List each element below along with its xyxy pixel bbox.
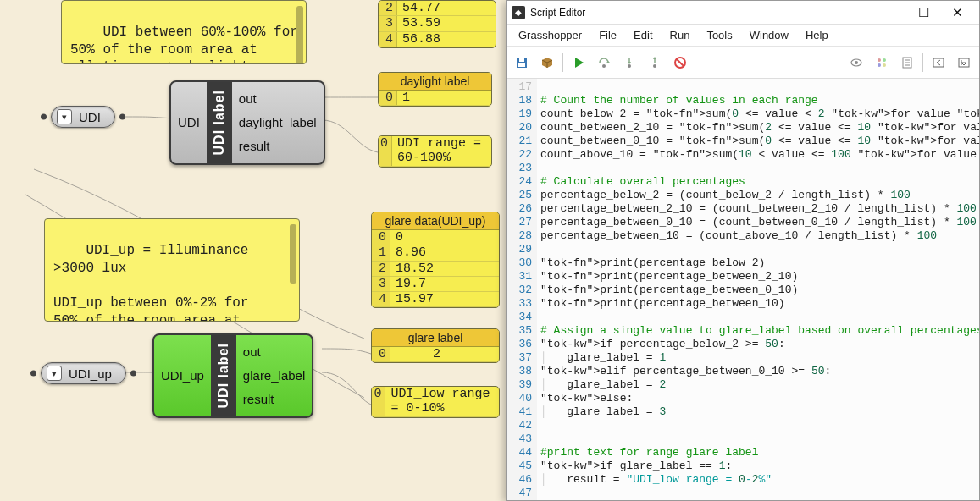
step-into-icon[interactable]	[619, 52, 639, 73]
svg-rect-2	[519, 58, 524, 62]
panel-udi-low[interactable]: 0UDI_low range = 0-10%	[371, 386, 500, 418]
menu-file[interactable]: File	[592, 27, 623, 43]
param-label: UDI	[79, 110, 101, 124]
menubar[interactable]: Grasshopper File Edit Run Tools Window H…	[507, 25, 979, 47]
toolbar[interactable]	[507, 47, 979, 79]
output-result[interactable]: result	[243, 388, 305, 411]
close-button[interactable]: ✕	[940, 3, 974, 23]
step-out-icon[interactable]	[645, 52, 665, 73]
input-udi[interactable]: UDI	[178, 111, 200, 135]
step-over-icon[interactable]	[594, 52, 614, 73]
menu-tools[interactable]: Tools	[700, 27, 739, 43]
code-editor[interactable]: 1718192021222324252627282930313233343536…	[507, 79, 979, 500]
settings-icon[interactable]	[872, 52, 892, 73]
play-icon[interactable]	[568, 52, 589, 73]
panel-glare-data[interactable]: glare data(UDI_up) 00 18.96 218.52 319.7…	[371, 212, 500, 308]
script-editor-window[interactable]: ◆ Script Editor — ☐ ✕ Grasshopper File E…	[506, 0, 980, 501]
app-icon: ◆	[512, 6, 525, 19]
output-result[interactable]: result	[239, 135, 317, 158]
svg-point-8	[602, 64, 606, 68]
svg-marker-9	[606, 61, 610, 63]
output-glare-label[interactable]: glare_label	[243, 364, 305, 388]
svg-marker-15	[653, 57, 656, 59]
menu-grasshopper[interactable]: Grasshopper	[512, 27, 589, 43]
svg-point-13	[653, 64, 656, 68]
param-udi[interactable]: ▾ UDI	[51, 106, 115, 128]
component-udi-label-grey[interactable]: UDI UDI label out daylight_label result	[169, 80, 325, 165]
note-text: UDI between 60%-100% for 50% of the room…	[70, 25, 298, 64]
output-daylight-label[interactable]: daylight_label	[239, 111, 317, 135]
component-title: UDI label	[211, 335, 236, 416]
menu-help[interactable]: Help	[799, 27, 835, 43]
note-scrollbar[interactable]	[290, 224, 296, 284]
panel-header: daylight label	[379, 73, 491, 91]
window-title: Script Editor	[530, 7, 872, 19]
note-text: UDI_up = Illuminance >3000 lux UDI_up be…	[53, 243, 248, 322]
menu-edit[interactable]: Edit	[627, 27, 659, 43]
panel-top-values[interactable]: 254.77 353.59 456.88	[378, 0, 496, 48]
component-title: UDI label	[207, 82, 232, 163]
note-udi-description[interactable]: UDI between 60%-100% for 50% of the room…	[61, 0, 307, 64]
svg-point-10	[628, 64, 631, 68]
svg-point-19	[855, 61, 858, 64]
panel-udi-range[interactable]: 0UDI range = 60-100%	[378, 135, 492, 168]
note-scrollbar[interactable]	[296, 6, 303, 64]
arrow-down-icon: ▾	[47, 366, 62, 381]
doc-icon[interactable]	[897, 52, 917, 73]
output-out[interactable]: out	[243, 340, 305, 364]
minimize-button[interactable]: —	[872, 3, 906, 23]
menu-window[interactable]: Window	[743, 27, 795, 43]
input-grip[interactable]	[30, 371, 36, 377]
panel-glare-label[interactable]: glare label 02	[371, 328, 500, 363]
param-label: UDI_up	[69, 366, 112, 381]
svg-rect-28	[933, 58, 944, 67]
save-icon[interactable]	[512, 52, 532, 73]
line-gutter: 1718192021222324252627282930313233343536…	[507, 79, 537, 500]
svg-rect-1	[518, 63, 525, 67]
svg-point-23	[883, 63, 886, 67]
maximize-button[interactable]: ☐	[906, 3, 940, 23]
svg-line-17	[677, 59, 684, 66]
output-grip[interactable]	[130, 371, 136, 377]
output-out[interactable]: out	[239, 87, 317, 111]
package-icon[interactable]	[537, 52, 557, 73]
output-grip[interactable]	[119, 114, 125, 120]
note-udi-up-description[interactable]: UDI_up = Illuminance >3000 lux UDI_up be…	[44, 218, 300, 322]
component-udi-label-green[interactable]: UDI_up UDI label out glare_label result	[152, 333, 313, 418]
svg-point-20	[878, 58, 881, 62]
panel-daylight-label[interactable]: daylight label 01	[378, 72, 492, 107]
svg-point-22	[878, 63, 881, 67]
input-grip[interactable]	[41, 114, 47, 120]
menu-run[interactable]: Run	[663, 27, 697, 43]
stop-icon[interactable]	[670, 52, 690, 73]
panel-prev-icon[interactable]	[928, 52, 949, 73]
param-udi-up[interactable]: ▾ UDI_up	[41, 362, 126, 384]
svg-marker-12	[628, 62, 631, 64]
view-icon[interactable]	[846, 52, 866, 73]
svg-point-21	[883, 58, 886, 62]
input-udi-up[interactable]: UDI_up	[161, 364, 204, 388]
panel-header: glare data(UDI_up)	[372, 212, 499, 230]
panel-header: glare label	[372, 329, 499, 347]
arrow-down-icon: ▾	[57, 109, 72, 124]
panel-next-icon[interactable]	[954, 52, 974, 73]
code-content[interactable]: # Count the number of values in each ran…	[537, 79, 979, 500]
titlebar[interactable]: ◆ Script Editor — ☐ ✕	[507, 1, 979, 25]
svg-marker-7	[575, 58, 584, 68]
